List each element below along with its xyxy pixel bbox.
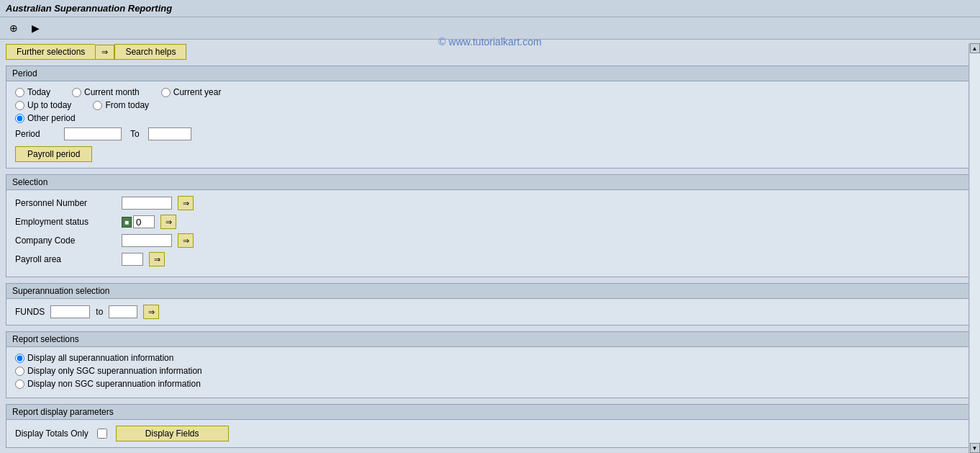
radio-from-today-input[interactable]: [93, 101, 102, 110]
report-option-2-input[interactable]: [15, 367, 24, 376]
tab-arrow-icon[interactable]: ⇒: [95, 45, 114, 60]
period-radio-row1: Today Current month Current year: [15, 87, 965, 97]
selection-section: Selection Personnel Number ⇒ Employment …: [6, 174, 974, 277]
period-label: Period: [15, 129, 58, 139]
report-display-body: Display Totals Only Display Fields: [6, 420, 974, 447]
report-option-1: Display all superannuation information: [15, 353, 965, 363]
employment-status-input[interactable]: [133, 215, 155, 228]
period-radio-row2: Up to today From today: [15, 100, 965, 110]
employment-status-row: Employment status ■ ⇒: [15, 215, 965, 229]
period-from-input[interactable]: [64, 127, 122, 140]
radio-up-to-today-input[interactable]: [15, 101, 24, 110]
payroll-period-btn-wrapper: Payroll period: [15, 140, 965, 162]
personnel-number-label: Personnel Number: [15, 198, 116, 208]
main-content: Further selections ⇒ Search helps Period…: [0, 40, 980, 449]
title-bar: Australian Superannuation Reporting: [0, 0, 980, 17]
superannuation-section-header: Superannuation selection: [6, 284, 974, 299]
further-selections-tab[interactable]: Further selections: [6, 44, 95, 60]
radio-other-period-label: Other period: [27, 113, 76, 123]
employment-status-label: Employment status: [15, 217, 116, 227]
period-radio-row3: Other period: [15, 113, 965, 123]
period-input-row: Period To: [15, 127, 965, 140]
display-totals-only-label: Display Totals Only: [15, 429, 89, 439]
radio-current-month-label: Current month: [84, 87, 140, 97]
company-code-input[interactable]: [122, 234, 172, 247]
superannuation-section: Superannuation selection FUNDS to ⇒: [6, 283, 974, 326]
radio-current-year-label: Current year: [173, 87, 222, 97]
report-selections-body: Display all superannuation information D…: [6, 347, 974, 398]
search-helps-tab[interactable]: Search helps: [114, 44, 186, 60]
radio-up-to-today-label: Up to today: [27, 100, 71, 110]
report-selections-section: Report selections Display all superannua…: [6, 331, 974, 398]
personnel-number-arrow-btn[interactable]: ⇒: [178, 196, 194, 210]
payroll-area-arrow-btn[interactable]: ⇒: [149, 252, 165, 266]
scrollbar-right: ▲ ▼: [968, 43, 980, 449]
scroll-up-btn[interactable]: ▲: [970, 43, 980, 53]
payroll-period-button[interactable]: Payroll period: [15, 146, 92, 162]
scroll-track[interactable]: [970, 53, 980, 443]
radio-other-period-input[interactable]: [15, 114, 24, 123]
company-code-row: Company Code ⇒: [15, 233, 965, 248]
period-section: Period Today Current month Current year: [6, 66, 974, 169]
report-display-section: Report display parameters Display Totals…: [6, 404, 974, 448]
funds-row: FUNDS to ⇒: [15, 305, 965, 319]
report-option-3-input[interactable]: [15, 380, 24, 389]
superannuation-section-body: FUNDS to ⇒: [6, 299, 974, 325]
scroll-down-btn[interactable]: ▼: [970, 443, 980, 449]
funds-to-input[interactable]: [109, 305, 137, 318]
selection-section-header: Selection: [6, 175, 974, 190]
period-section-body: Today Current month Current year Up to t…: [6, 81, 974, 168]
report-option-3-label: Display non SGC superannuation informati…: [27, 379, 201, 389]
radio-today-label: Today: [27, 87, 50, 97]
employment-status-arrow-btn[interactable]: ⇒: [160, 215, 176, 229]
personnel-number-input[interactable]: [122, 197, 172, 210]
company-code-label: Company Code: [15, 236, 116, 246]
period-section-header: Period: [6, 66, 974, 81]
toolbar-icon-1[interactable]: ⊕: [6, 20, 22, 36]
period-to-label: To: [130, 129, 140, 139]
selection-section-body: Personnel Number ⇒ Employment status ■ ⇒…: [6, 190, 974, 277]
funds-to-label: to: [96, 307, 103, 317]
payroll-area-label: Payroll area: [15, 254, 116, 264]
radio-today: Today: [15, 87, 50, 97]
radio-from-today: From today: [93, 100, 149, 110]
funds-arrow-btn[interactable]: ⇒: [143, 305, 159, 319]
report-selections-header: Report selections: [6, 332, 974, 347]
employment-status-box: ■: [122, 215, 155, 228]
report-option-3: Display non SGC superannuation informati…: [15, 379, 965, 389]
radio-today-input[interactable]: [15, 88, 24, 97]
funds-label: FUNDS: [15, 307, 45, 317]
app-title: Australian Superannuation Reporting: [6, 3, 172, 14]
tab-bar: Further selections ⇒ Search helps: [6, 44, 974, 60]
report-display-header: Report display parameters: [6, 405, 974, 420]
display-totals-row: Display Totals Only Display Fields: [15, 426, 965, 441]
radio-other-period: Other period: [15, 113, 76, 123]
report-option-2-label: Display only SGC superannuation informat…: [27, 366, 202, 376]
payroll-area-row: Payroll area ⇒: [15, 252, 965, 266]
toolbar: ⊕ ▶ © www.tutorialkart.com: [0, 17, 980, 40]
period-to-input[interactable]: [148, 127, 191, 140]
radio-current-year: Current year: [161, 87, 222, 97]
radio-current-year-input[interactable]: [161, 88, 171, 97]
display-totals-only-checkbox[interactable]: [97, 429, 107, 439]
employment-status-flag[interactable]: ■: [122, 217, 132, 228]
personnel-number-row: Personnel Number ⇒: [15, 196, 965, 210]
report-option-1-label: Display all superannuation information: [27, 353, 173, 363]
company-code-arrow-btn[interactable]: ⇒: [178, 233, 194, 248]
report-option-2: Display only SGC superannuation informat…: [15, 366, 965, 376]
radio-up-to-today: Up to today: [15, 100, 71, 110]
radio-current-month: Current month: [72, 87, 140, 97]
display-fields-button[interactable]: Display Fields: [116, 426, 229, 441]
funds-from-input[interactable]: [50, 305, 90, 318]
radio-current-month-input[interactable]: [72, 88, 81, 97]
payroll-area-input[interactable]: [122, 253, 143, 266]
radio-from-today-label: From today: [105, 100, 149, 110]
toolbar-icon-2[interactable]: ▶: [27, 20, 43, 36]
report-option-1-input[interactable]: [15, 354, 24, 363]
